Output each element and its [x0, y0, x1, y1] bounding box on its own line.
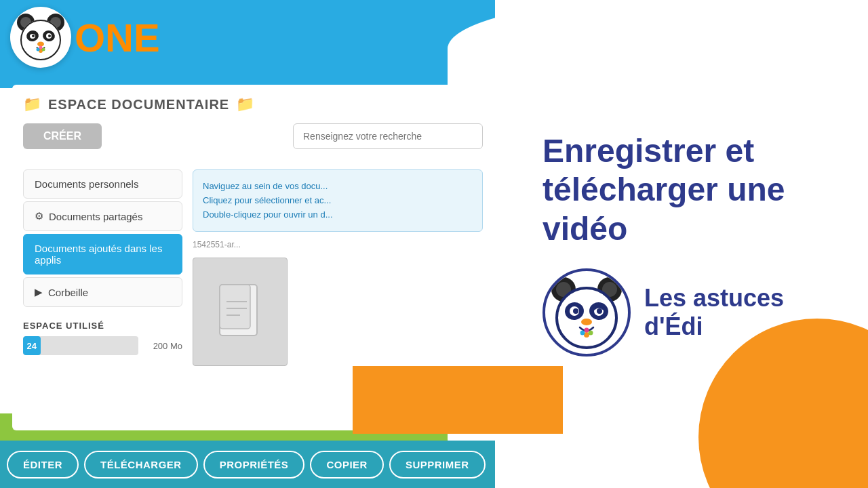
nav-item-shared[interactable]: ⚙ Documents partagés: [23, 201, 182, 231]
proprietes-button[interactable]: PROPRIÉTÉS: [203, 451, 305, 479]
svg-point-16: [39, 46, 43, 49]
nav-label-trash: Corbeille: [48, 287, 88, 298]
svg-point-26: [573, 308, 578, 314]
orange-rectangle: [353, 366, 563, 434]
panel-title: ESPACE DOCUMENTAIRE: [48, 97, 229, 113]
panel-icon-right: 📁: [236, 96, 254, 113]
svg-point-12: [37, 42, 44, 47]
svg-point-11: [48, 35, 51, 37]
nav-item-apps[interactable]: Documents ajoutés dans les applis: [23, 234, 182, 274]
document-icon: [216, 281, 264, 342]
panda-mascot: [542, 268, 631, 357]
nav-item-personal[interactable]: Documents personnels: [23, 169, 182, 199]
info-line-2: Cliquez pour sélectionner et ac...: [203, 194, 473, 208]
supprimer-button[interactable]: SUPPRIMER: [389, 451, 486, 479]
panel-inner: Documents personnels ⚙ Documents partagé…: [23, 169, 483, 366]
right-title: Enregistrer et télécharger une vidéo: [542, 131, 841, 249]
svg-point-30: [580, 331, 585, 336]
nav-label-shared: Documents partagés: [49, 211, 142, 222]
panda-mascot-icon: [546, 272, 627, 353]
panel-left-col: Documents personnels ⚙ Documents partagé…: [23, 169, 182, 366]
nav-label-apps: Documents ajoutés dans les applis: [35, 243, 162, 266]
panda-logo-icon: [14, 10, 68, 64]
nav-list: Documents personnels ⚙ Documents partagé…: [23, 169, 182, 307]
create-button[interactable]: CRÉER: [23, 123, 102, 149]
panel-top-row: CRÉER: [23, 123, 483, 159]
space-max: 200 Mo: [145, 341, 182, 351]
svg-point-27: [597, 308, 602, 314]
info-line-1: Naviguez au sein de vos docu...: [203, 180, 473, 194]
right-title-line2: télécharger une vidéo: [542, 171, 785, 247]
panel-header: 📁 ESPACE DOCUMENTAIRE 📁: [23, 96, 483, 113]
logo-one: ONE: [75, 15, 160, 60]
space-bar-wrap: 24 200 Mo: [23, 336, 182, 355]
nav-item-trash[interactable]: ▶ Corbeille: [23, 277, 182, 307]
file-name-label: 1542551-ar...: [193, 240, 483, 249]
logo-circle: [10, 7, 71, 68]
search-input[interactable]: [293, 123, 483, 149]
file-thumbnail[interactable]: [193, 258, 288, 366]
nav-icon-trash: ▶: [35, 286, 43, 298]
svg-point-14: [37, 48, 40, 52]
svg-point-32: [585, 328, 589, 333]
bottom-bar: ÉDITER TÉLÉCHARGER PROPRIÉTÉS COPIER SUP…: [0, 441, 495, 488]
right-title-line1: Enregistrer et: [542, 133, 754, 169]
space-label: ESPACE UTILISÉ: [23, 321, 182, 331]
svg-point-5: [21, 20, 60, 60]
file-area: 1542551-ar...: [193, 240, 483, 366]
svg-point-31: [589, 331, 593, 336]
svg-point-21: [557, 288, 616, 348]
panel-right-col: Naviguez au sein de vos docu... Cliquez …: [193, 169, 483, 366]
space-bar-inner: 24: [23, 336, 41, 355]
panel-icon-left: 📁: [23, 96, 41, 113]
space-bar-outer: 24: [23, 336, 138, 355]
logo-area: ONE: [10, 7, 160, 68]
telecharger-button[interactable]: TÉLÉCHARGER: [84, 451, 198, 479]
space-section: ESPACE UTILISÉ 24 200 Mo: [23, 321, 182, 355]
info-line-3: Double-cliquez pour ouvrir un d...: [203, 208, 473, 222]
copier-button[interactable]: COPIER: [310, 451, 384, 479]
editer-button[interactable]: ÉDITER: [7, 451, 79, 479]
logo-text: ONE: [75, 15, 160, 60]
svg-point-28: [581, 319, 592, 325]
svg-point-10: [32, 35, 35, 37]
svg-point-15: [42, 48, 45, 52]
nav-icon-shared: ⚙: [35, 210, 43, 222]
svg-rect-34: [220, 285, 250, 329]
nav-label-personal: Documents personnels: [35, 178, 138, 190]
info-box: Naviguez au sein de vos docu... Cliquez …: [193, 169, 483, 232]
space-used-num: 24: [27, 341, 37, 351]
file-thumbs-row: [193, 258, 483, 366]
